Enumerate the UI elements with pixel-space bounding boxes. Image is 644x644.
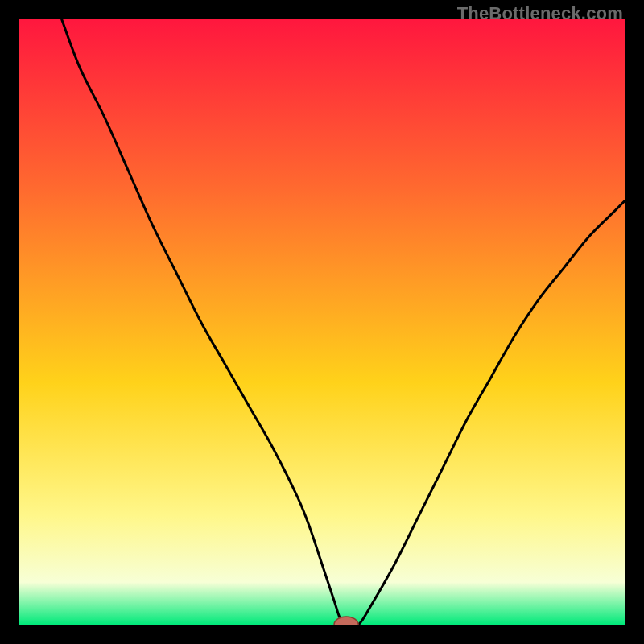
plot-area	[19, 19, 625, 625]
chart-frame: TheBottleneck.com	[0, 0, 644, 644]
watermark-text: TheBottleneck.com	[457, 3, 623, 24]
gradient-background	[19, 19, 625, 625]
chart-svg	[19, 19, 625, 625]
